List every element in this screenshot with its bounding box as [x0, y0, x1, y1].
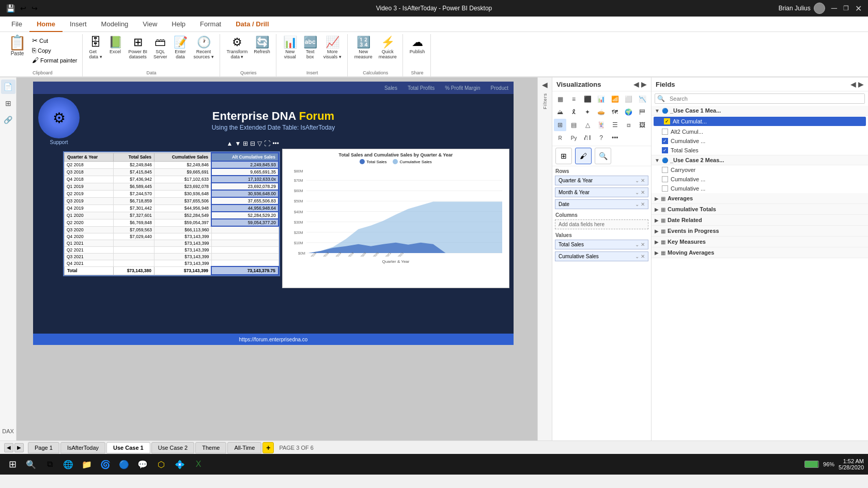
viz-analytics-btn[interactable]: 🔍: [595, 148, 611, 164]
dax-view-btn[interactable]: DAX: [1, 424, 16, 438]
enter-data-btn[interactable]: 📝 Enterdata: [171, 34, 190, 68]
row-field-date-menu[interactable]: ⌄ ✕: [635, 201, 645, 207]
values-field-total-sales[interactable]: Total Sales ⌄ ✕: [555, 240, 648, 249]
row-field-date[interactable]: Date ⌄ ✕: [555, 199, 648, 209]
visual-collapse-icon[interactable]: ⊟: [250, 140, 255, 147]
teams-btn[interactable]: 💬: [134, 456, 151, 473]
field-group-use-case-2-header[interactable]: ▼ 🔵 _Use Case 2 Meas...: [652, 155, 868, 165]
tab-insert[interactable]: Insert: [63, 17, 94, 32]
viz-100bar-icon[interactable]: ⬛: [581, 93, 594, 105]
visual-more-icon[interactable]: •••: [272, 140, 279, 147]
viz-kpi-icon[interactable]: △: [581, 119, 594, 131]
field-group-date-related[interactable]: ▶ ▦ Date Related: [652, 215, 868, 226]
visual-filter-icon[interactable]: ▽: [257, 140, 262, 147]
undo-icon[interactable]: ↩: [20, 4, 26, 12]
field-item-alt-cumulative-highlighted[interactable]: ✓ Alt Cumulat...: [654, 117, 866, 126]
tab-theme[interactable]: Theme: [195, 442, 226, 453]
data-view-btn[interactable]: ⊞: [1, 96, 16, 111]
field-item-carryover[interactable]: Carryover: [652, 165, 868, 175]
viz-funnel-icon[interactable]: ⛿: [636, 106, 648, 118]
viz-qna-icon[interactable]: ?: [595, 132, 608, 144]
quick-measure-btn[interactable]: ⚡ Quickmeasure: [376, 34, 399, 68]
cut-btn[interactable]: ✂ Cut: [30, 36, 79, 45]
format-painter-btn[interactable]: 🖌 Format painter: [30, 56, 79, 65]
visual-up-icon[interactable]: ▲: [227, 140, 233, 147]
tab-view[interactable]: View: [135, 17, 164, 32]
paste-btn[interactable]: 📋 Paste: [6, 34, 28, 68]
slide-table-visual[interactable]: ▲ ▼ ⊞ ⊟ ▽ ⛶ ••• Quarter & Year Total Sal…: [63, 151, 280, 276]
redo-icon[interactable]: ↪: [32, 4, 38, 12]
field-group-events[interactable]: ▶ ▦ Events in Progress: [652, 226, 868, 237]
viz-image-icon[interactable]: 🖼: [636, 119, 648, 131]
new-measure-btn[interactable]: 🔢 Newmeasure: [352, 34, 375, 68]
viz-slicer-icon[interactable]: ⧈: [623, 119, 635, 131]
tab-file[interactable]: File: [4, 17, 29, 32]
viz-py-icon[interactable]: Py: [568, 132, 580, 144]
tab-use-case-2[interactable]: Use Case 2: [151, 442, 194, 453]
excel-taskbar-btn[interactable]: X: [190, 456, 207, 473]
viz-more-icon[interactable]: •••: [609, 132, 621, 144]
tab-page-1[interactable]: Page 1: [28, 442, 59, 453]
model-view-btn[interactable]: 🔗: [1, 113, 16, 127]
columns-placeholder[interactable]: Add data fields here: [555, 219, 648, 229]
tab-is-after-today[interactable]: IsAfterToday: [60, 442, 105, 453]
field-group-key-measures[interactable]: ▶ ▦ Key Measures: [652, 237, 868, 247]
tab-data-drill[interactable]: Data / Drill: [228, 17, 276, 32]
viz-fields-btn[interactable]: ⊞: [555, 148, 572, 164]
field-group-cumulative-totals[interactable]: ▶ ▦ Cumulative Totals: [652, 204, 868, 215]
viz-stacked-bar-icon[interactable]: ≡: [568, 93, 580, 105]
skype-btn[interactable]: 💠: [172, 456, 188, 473]
edge-btn[interactable]: 🌀: [97, 456, 114, 473]
row-field-month[interactable]: Month & Year ⌄ ✕: [555, 187, 648, 197]
close-btn[interactable]: ✕: [855, 4, 862, 13]
viz-filled-map-icon[interactable]: 🌍: [623, 106, 635, 118]
values-total-sales-menu[interactable]: ⌄ ✕: [635, 242, 645, 247]
search-taskbar-btn[interactable]: 🔍: [23, 456, 39, 473]
viz-panel-back-btn[interactable]: ◀: [633, 80, 639, 88]
transform-data-btn[interactable]: ⚙ Transformdata ▾: [224, 34, 251, 68]
sql-server-btn[interactable]: 🗃 SQLServer: [151, 34, 170, 68]
start-btn[interactable]: ⊞: [4, 456, 21, 473]
viz-card-icon[interactable]: 🃏: [595, 119, 608, 131]
viz-panel-forward-btn[interactable]: ▶: [641, 80, 647, 88]
field-item-total-sales[interactable]: ✓ Total Sales: [652, 146, 868, 155]
field-item-cumulative[interactable]: ✓ Cumulative ...: [652, 136, 868, 146]
viz-table-icon[interactable]: ⊞: [554, 119, 566, 131]
new-visual-btn[interactable]: 📊 Newvisual: [281, 34, 300, 68]
recent-sources-btn[interactable]: 🕐 Recentsources ▾: [191, 34, 216, 68]
fields-panel-back-btn[interactable]: ◀: [850, 80, 856, 88]
viz-scatter-icon[interactable]: ✦: [581, 106, 594, 118]
copy-btn[interactable]: ⎘ Copy: [30, 46, 79, 55]
viz-r-icon[interactable]: R: [554, 132, 566, 144]
viz-bar-icon[interactable]: ▦: [554, 93, 566, 105]
refresh-btn[interactable]: 🔄 Refresh: [251, 34, 273, 68]
chrome-btn[interactable]: 🔵: [116, 456, 132, 473]
tab-use-case-1[interactable]: Use Case 1: [106, 442, 150, 453]
tab-help[interactable]: Help: [164, 17, 193, 32]
viz-decomp-icon[interactable]: ⛙: [581, 132, 594, 144]
restore-btn[interactable]: ❐: [843, 5, 849, 12]
viz-matrix-icon[interactable]: ▤: [568, 119, 580, 131]
field-item-cumulative-2[interactable]: Cumulative ...: [652, 175, 868, 184]
viz-ribbon-icon[interactable]: 🎗: [568, 106, 580, 118]
page-nav-next[interactable]: ▶: [14, 443, 24, 452]
values-field-cumulative[interactable]: Cumulative Sales ⌄ ✕: [555, 251, 648, 261]
slide-chart[interactable]: Total Sales and Cumulative Sales by Quar…: [282, 149, 509, 288]
page-nav-prev[interactable]: ◀: [4, 443, 13, 452]
ie-btn[interactable]: 🌐: [60, 456, 76, 473]
row-field-month-menu[interactable]: ⌄ ✕: [635, 190, 645, 195]
viz-area-icon[interactable]: ⛰: [554, 106, 566, 118]
search-input[interactable]: [667, 94, 864, 103]
field-group-moving-averages[interactable]: ▶ ▦ Moving Averages: [652, 247, 868, 258]
power-bi-datasets-btn[interactable]: ⊞ Power BIdatasets: [126, 34, 150, 68]
visual-expand-icon[interactable]: ⊞: [243, 140, 248, 147]
tab-format[interactable]: Format: [193, 17, 228, 32]
powerbi-taskbar-btn[interactable]: ⬡: [153, 456, 169, 473]
text-box-btn[interactable]: 🔤 Textbox: [301, 34, 320, 68]
field-item-cumulative-3[interactable]: Cumulative ...: [652, 184, 868, 193]
excel-btn[interactable]: 📗 Excel: [106, 34, 125, 68]
task-view-btn[interactable]: ⧉: [41, 456, 58, 473]
viz-pie-icon[interactable]: 🥧: [595, 106, 608, 118]
row-field-quarter[interactable]: Quarter & Year ⌄ ✕: [555, 176, 648, 185]
more-visuals-btn[interactable]: 📈 Morevisuals ▾: [321, 34, 344, 68]
